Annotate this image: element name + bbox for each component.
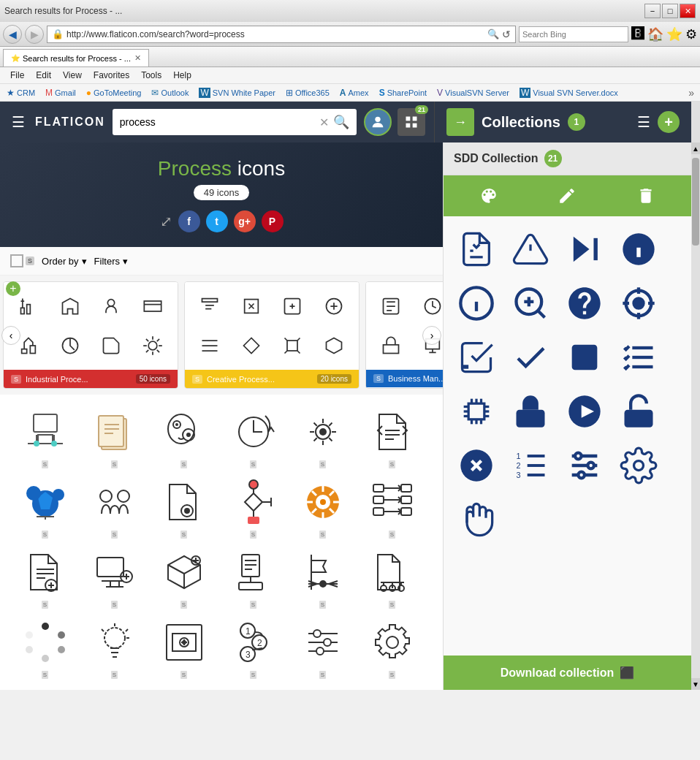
right-scrollbar[interactable]	[691, 102, 700, 142]
coll-icon-info-outline[interactable]	[451, 278, 502, 329]
menu-file[interactable]: File	[4, 69, 30, 82]
coll-icon-crosshair[interactable]	[613, 278, 664, 329]
hamburger-button[interactable]: ☰	[9, 110, 28, 134]
coll-icon-checklist[interactable]	[451, 332, 502, 383]
coll-icon-checkmark[interactable]	[505, 332, 556, 383]
scroll-down-arrow[interactable]: ▼	[691, 678, 700, 690]
bookmark-office365[interactable]: ⊞ Office365	[282, 87, 333, 99]
coll-icon-lock[interactable]	[505, 386, 556, 437]
settings-icon[interactable]: ⚙	[685, 26, 697, 42]
icon-cell-gear[interactable]: S	[288, 402, 357, 472]
avatar-button[interactable]	[364, 108, 392, 136]
checkbox-area[interactable]: S	[10, 254, 34, 267]
add-set-button[interactable]: +	[6, 281, 20, 296]
googleplus-share-button[interactable]: g+	[234, 210, 256, 232]
carousel-right-button[interactable]: ›	[422, 326, 441, 345]
coll-icon-info[interactable]	[613, 224, 664, 275]
coll-icon-stop[interactable]	[559, 332, 610, 383]
pinterest-share-button[interactable]: P	[262, 210, 284, 232]
icon-cell-collab[interactable]: S	[80, 472, 149, 542]
home-icon[interactable]: 🏠	[647, 26, 663, 42]
icon-set-creative[interactable]: S Creative Process... 20 icons	[184, 281, 359, 389]
icon-cell-3dbox[interactable]: S	[149, 542, 218, 612]
bookmarks-expand-button[interactable]: »	[685, 87, 697, 99]
delete-action-button[interactable]	[628, 181, 664, 210]
icon-cell-doc-gear[interactable]: S	[149, 472, 218, 542]
facebook-share-button[interactable]: f	[178, 210, 200, 232]
coll-icon-numbered-list[interactable]: 1 2 3	[505, 440, 556, 491]
icon-cell-doc-code[interactable]: S	[357, 402, 427, 472]
bookmark-amex[interactable]: A Amex	[336, 87, 373, 99]
coll-icon-stop-hand[interactable]	[451, 494, 502, 545]
menu-tools[interactable]: Tools	[135, 69, 167, 82]
star-icon[interactable]: ⭐	[666, 26, 682, 42]
coll-icon-close-circle[interactable]	[451, 440, 502, 491]
edit-action-button[interactable]	[549, 181, 585, 210]
share-icon[interactable]: ⤢	[160, 213, 172, 230]
coll-icon-gear-outline[interactable]	[613, 440, 664, 491]
bookmark-svnwhitepaper[interactable]: W SVN White Paper	[195, 87, 279, 99]
icon-cell-monitor-flow[interactable]: S	[80, 542, 149, 612]
refresh-icon[interactable]: ↺	[502, 28, 511, 40]
icon-cell-settings-board[interactable]: S	[149, 612, 218, 683]
scroll-track[interactable]	[691, 154, 700, 678]
coll-icon-unlock[interactable]	[613, 386, 664, 437]
bing-search-input[interactable]	[519, 26, 628, 42]
collections-list-button[interactable]: ☰	[637, 113, 650, 131]
close-button[interactable]: ✕	[680, 4, 696, 18]
icon-cell-number-process[interactable]: 1 2 3 S	[218, 612, 288, 683]
menu-edit[interactable]: Edit	[30, 69, 57, 82]
filters-dropdown[interactable]: Filters ▾	[94, 256, 128, 267]
restore-button[interactable]: □	[662, 4, 678, 18]
icon-cell-globe[interactable]: S	[10, 472, 80, 542]
icon-set-industrial[interactable]: S Industrial Proce... 50 icons	[3, 281, 178, 389]
search-box[interactable]: ✕ 🔍	[113, 109, 357, 135]
search-go-button[interactable]: 🔍	[333, 114, 349, 130]
back-button[interactable]: ◀	[3, 25, 22, 44]
icon-cell-doc-flow[interactable]: S	[218, 542, 288, 612]
browser-tab[interactable]: ⭐ Search results for Process - ... ✕	[3, 49, 149, 66]
bookmark-visualsvn[interactable]: V VisualSVN Server	[433, 87, 513, 99]
bookmark-visualsvndoc[interactable]: W Visual SVN Server.docx	[516, 87, 622, 99]
search-input[interactable]	[120, 116, 315, 128]
icon-cell-network[interactable]: S	[10, 402, 80, 472]
icon-cell-document[interactable]: S	[80, 402, 149, 472]
coll-icon-equalizer[interactable]	[559, 440, 610, 491]
bookmark-crm[interactable]: ★ CRM	[3, 87, 39, 99]
icon-cell-sliders[interactable]: S	[288, 612, 357, 683]
icon-cell-gear-orange[interactable]: S	[288, 472, 357, 542]
icon-cell-file-network[interactable]: S	[357, 542, 427, 612]
minimize-button[interactable]: −	[644, 4, 661, 18]
menu-view[interactable]: View	[57, 69, 88, 82]
coll-icon-doc-chart[interactable]	[451, 224, 502, 275]
icon-cell-flowchart[interactable]: S	[218, 472, 288, 542]
address-bar[interactable]: 🔒 http://www.flaticon.com/search?word=pr…	[47, 26, 516, 43]
search-clear-button[interactable]: ✕	[319, 115, 329, 129]
icon-cell-brain-gears[interactable]: S	[149, 402, 218, 472]
scroll-up-arrow[interactable]: ▲	[691, 142, 700, 154]
order-by-dropdown[interactable]: Order by ▾	[42, 256, 87, 267]
carousel-left-button[interactable]: ‹	[1, 326, 20, 345]
icon-cell-arrows-flow[interactable]: S	[357, 472, 427, 542]
twitter-share-button[interactable]: t	[206, 210, 228, 232]
icon-cell-clock[interactable]: S	[218, 402, 288, 472]
coll-icon-zoom-in[interactable]	[505, 278, 556, 329]
palette-action-button[interactable]	[471, 181, 507, 210]
coll-icon-skip-forward[interactable]	[559, 224, 610, 275]
menu-favorites[interactable]: Favorites	[88, 69, 135, 82]
coll-icon-list-settings[interactable]	[613, 332, 664, 383]
icon-cell-cogwheel[interactable]: S	[357, 612, 427, 683]
download-collection-button[interactable]: Download collection ⬛	[444, 656, 691, 690]
icon-cell-milestone[interactable]: S	[288, 542, 357, 612]
icon-cell-doc-tools[interactable]: S	[10, 542, 80, 612]
forward-button[interactable]: ▶	[25, 25, 44, 44]
main-scrollbar[interactable]: ▲ ▼	[691, 142, 700, 690]
select-all-checkbox[interactable]	[10, 254, 23, 267]
collections-arrow-button[interactable]: →	[446, 108, 474, 136]
coll-icon-play[interactable]	[559, 386, 610, 437]
icon-cell-lightbulb[interactable]: S	[80, 612, 149, 683]
coll-icon-question[interactable]	[559, 278, 610, 329]
tab-close-button[interactable]: ✕	[134, 53, 141, 63]
icon-cell-spinner[interactable]: S	[10, 612, 80, 683]
bookmark-gotomeeting[interactable]: ● GoToMeeting	[83, 87, 145, 99]
